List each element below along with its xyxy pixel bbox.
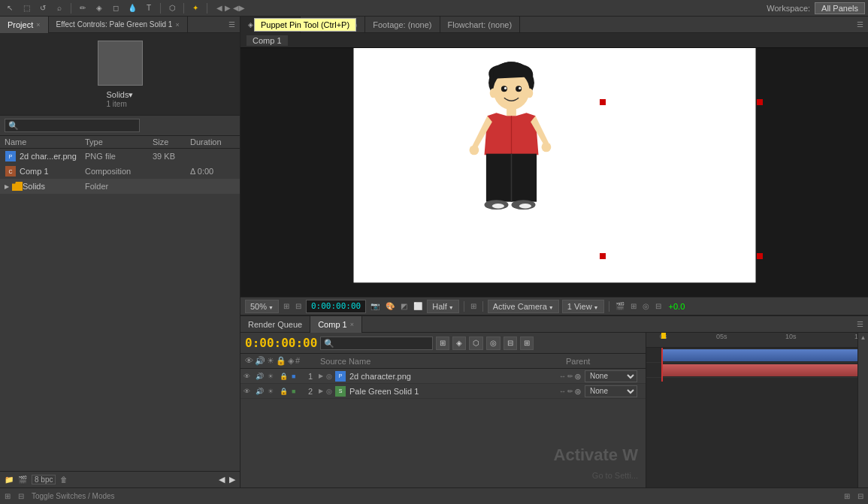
camera-button[interactable]: Active Camera [488,300,559,313]
status-icon-4[interactable]: ⊟ [857,492,863,500]
layer2-visible-toggle[interactable]: ◎ [326,388,332,395]
timeline-scrollbar-right[interactable]: ▲ [857,333,868,487]
ctrl-icon-color[interactable]: 🎨 [384,302,396,310]
pen-tool[interactable]: ✏ [76,2,89,15]
timeline-search-input[interactable] [320,337,433,350]
layer2-expand[interactable]: ▶ [319,388,323,394]
status-icon-3[interactable]: ⊞ [844,492,850,500]
list-item[interactable]: P 2d char...er.png PNG file 39 KB [0,149,240,164]
svg-point-6 [489,88,497,98]
tl-btn-2[interactable]: ◈ [452,337,466,350]
rotate-tool[interactable]: ↺ [36,2,50,15]
project-search-input[interactable] [5,119,140,132]
list-item[interactable]: C Comp 1 Composition Δ 0:00 [0,164,240,179]
arrow-tool[interactable]: ↖ [3,2,17,15]
layer2-color[interactable]: ■ [292,388,302,395]
next-btn[interactable]: ▶ [229,475,235,484]
layer1-ctrl-1[interactable]: ↔ [559,373,566,380]
layer2-ctrl-2[interactable]: ✏ [567,388,573,395]
layer1-visible-toggle[interactable]: ◎ [326,373,332,380]
folder-expand-icon[interactable]: ▶ [5,183,9,190]
ctrl-icon-draft[interactable]: ⊟ [654,302,663,310]
tab-comp1-timeline[interactable]: Comp 1 × [310,316,362,333]
handle-top-left[interactable] [600,99,606,105]
timeline-controls: 0:00:00:00 ⊞ ◈ ⬡ ◎ ⊟ ⊞ [240,333,646,354]
layer2-audio[interactable]: 🔊 [256,388,266,395]
layer1-color[interactable]: ■ [292,373,302,380]
path-tool[interactable]: ⬡ [165,2,179,15]
comp-subtab[interactable]: Comp 1 [246,35,288,46]
layer2-solo[interactable]: ☀ [268,388,278,395]
timecode-button[interactable]: 0:00:00:00 [306,300,366,313]
status-icon-2[interactable]: ⊟ [18,492,24,500]
timeline-timecode[interactable]: 0:00:00:00 [245,336,317,350]
tab-render-queue[interactable]: Render Queue [240,316,310,333]
eyedropper-tool[interactable]: 💧 [126,2,139,15]
workspace-button[interactable]: All Panels [815,2,865,14]
handle-bottom-right[interactable] [757,253,763,259]
type-tool[interactable]: T [142,2,156,15]
zoom-tool[interactable]: ⌕ [53,2,66,15]
layer2-parent-select[interactable]: None [585,385,637,397]
track-bar-2[interactable] [661,364,866,376]
tab-effect-controls[interactable]: Effect Controls: Pale Green Solid 1 × [49,17,188,33]
ctrl-icon-fit[interactable]: ⊞ [282,302,291,310]
tab-effect-close[interactable]: × [175,21,179,29]
tl-btn-4[interactable]: ◎ [486,337,501,350]
ctrl-icon-snap[interactable]: ⊞ [629,302,638,310]
layer1-audio[interactable]: 🔊 [256,373,266,380]
quality-button[interactable]: Half [427,300,459,313]
zoom-button[interactable]: 50% [245,300,279,313]
tl-btn-5[interactable]: ⊟ [504,337,517,350]
prev-btn[interactable]: ◀ [219,475,225,484]
ctrl-icon-grid[interactable]: ⊟ [294,302,303,310]
select-tool[interactable]: ⬚ [20,2,33,15]
view-button[interactable]: 1 View [562,300,604,313]
layer2-ctrl-1[interactable]: ↔ [559,388,566,395]
stamp-tool[interactable]: ◈ [92,2,106,15]
eraser-tool[interactable]: ◻ [109,2,122,15]
tab-footage-viewer[interactable]: Footage: (none) [365,17,440,33]
tl-btn-6[interactable]: ⊞ [520,337,534,350]
scrollbar-up[interactable]: ▲ [860,334,866,341]
ctrl-icon-render[interactable]: ⬜ [412,302,424,310]
timeline-menu-icon[interactable]: ☰ [852,320,868,328]
tab-project[interactable]: Project × [0,17,49,33]
col-name-header[interactable]: Name [5,137,85,146]
track-bar-1[interactable] [661,349,866,361]
ctrl-icon-camera[interactable]: 📷 [369,302,381,310]
comp1-timeline-close[interactable]: × [350,321,354,328]
ctrl-icon-toggle[interactable]: ⊞ [469,302,478,310]
layer1-ctrl-2[interactable]: ✏ [567,373,573,380]
puppet-tool[interactable]: ✦ [189,2,202,15]
layer1-name[interactable]: 2d character.png [349,372,558,381]
layer1-solo[interactable]: ☀ [268,373,278,380]
playhead-line[interactable] [661,348,663,382]
layer2-vis[interactable]: 👁 [243,388,254,395]
ctrl-sep-1 [464,301,464,312]
panel-menu-icon[interactable]: ☰ [224,20,240,29]
character-svg [451,53,571,226]
tab-flowchart-viewer[interactable]: Flowchart: (none) [440,17,521,33]
layer1-parent-select[interactable]: None [585,370,637,382]
tab-project-close[interactable]: × [36,21,40,29]
ctrl-icon-motion[interactable]: ◎ [641,302,651,310]
layer1-lock[interactable]: 🔒 [280,373,290,380]
handle-bottom-left[interactable] [600,253,606,259]
trash-icon[interactable]: 🗑 [60,475,68,484]
layer1-vis[interactable]: 👁 [243,373,254,380]
tl-btn-3[interactable]: ⬡ [469,337,483,350]
new-folder-icon[interactable]: 📁 [5,475,14,484]
ctrl-icon-alpha[interactable]: ◩ [399,302,409,310]
layer1-expand[interactable]: ▶ [319,373,323,379]
handle-top-right[interactable] [757,99,763,105]
ctrl-icon-3d[interactable]: 🎬 [614,302,626,310]
tl-btn-1[interactable]: ⊞ [436,337,449,350]
list-item[interactable]: ▶ Solids Folder [0,179,240,194]
status-icon-1[interactable]: ⊞ [5,492,11,500]
ruler-mark-5s: 05s [716,333,727,340]
new-comp-icon[interactable]: 🎬 [18,475,27,484]
layer2-name[interactable]: Pale Green Solid 1 [349,387,558,396]
layer2-lock[interactable]: 🔒 [280,388,290,395]
viewer-menu-icon[interactable]: ☰ [852,20,868,29]
